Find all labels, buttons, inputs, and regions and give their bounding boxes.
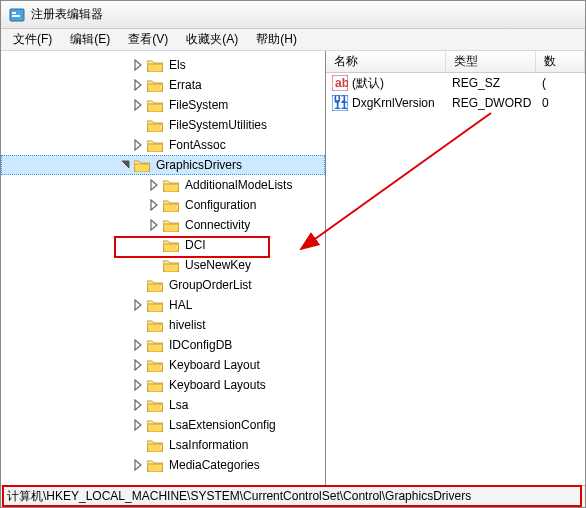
folder-icon [147,298,163,312]
expand-icon[interactable] [133,299,145,311]
folder-icon [163,218,179,232]
regedit-icon [9,7,25,23]
expand-icon[interactable] [133,419,145,431]
tree-item-label: MediaCategories [167,458,262,472]
tree-item-configuration[interactable]: Configuration [1,195,325,215]
tree-item-label: FontAssoc [167,138,228,152]
folder-icon [147,418,163,432]
tree-item-additionalmodelists[interactable]: AdditionalModeLists [1,175,325,195]
value-row[interactable]: (默认)REG_SZ( [326,73,585,93]
tree-pane[interactable]: ElsErrataFileSystemFileSystemUtilitiesFo… [1,51,326,485]
col-header-name[interactable]: 名称 [326,51,446,72]
tree-item-lsainformation[interactable]: LsaInformation [1,435,325,455]
expand-icon[interactable] [133,459,145,471]
tree-item-fontassoc[interactable]: FontAssoc [1,135,325,155]
tree-item-idconfigdb[interactable]: IDConfigDB [1,335,325,355]
expand-icon[interactable] [133,99,145,111]
tree-item-els[interactable]: Els [1,55,325,75]
expand-icon[interactable] [149,219,161,231]
expand-icon[interactable] [133,399,145,411]
tree-item-label: Keyboard Layout [167,358,262,372]
menu-view[interactable]: 查看(V) [120,29,176,50]
dword-value-icon [332,95,348,111]
menu-favorites[interactable]: 收藏夹(A) [178,29,246,50]
no-expander [133,279,145,291]
tree-item-label: GraphicsDrivers [154,158,244,172]
tree-item-label: UseNewKey [183,258,253,272]
folder-icon [147,78,163,92]
tree-item-usenewkey[interactable]: UseNewKey [1,255,325,275]
no-expander [133,119,145,131]
folder-icon [147,58,163,72]
tree-item-label: Connectivity [183,218,252,232]
menu-file[interactable]: 文件(F) [5,29,60,50]
folder-icon [163,258,179,272]
folder-icon [147,398,163,412]
registry-editor-window: 注册表编辑器 文件(F) 编辑(E) 查看(V) 收藏夹(A) 帮助(H) El… [0,0,586,508]
value-type: REG_DWORD [446,96,536,110]
tree-item-lsa[interactable]: Lsa [1,395,325,415]
col-header-data[interactable]: 数 [536,51,585,72]
tree-item-filesystem[interactable]: FileSystem [1,95,325,115]
tree-item-label: Errata [167,78,204,92]
folder-icon [147,338,163,352]
tree-item-graphicsdrivers[interactable]: GraphicsDrivers [1,155,325,175]
tree-item-dci[interactable]: DCI [1,235,325,255]
value-name: DxgKrnlVersion [352,96,435,110]
value-row[interactable]: DxgKrnlVersionREG_DWORD0 [326,93,585,113]
tree-item-keyboard-layout[interactable]: Keyboard Layout [1,355,325,375]
status-path: 计算机\HKEY_LOCAL_MACHINE\SYSTEM\CurrentCon… [7,488,471,505]
tree-item-label: DCI [183,238,208,252]
expand-icon[interactable] [133,359,145,371]
tree-item-hivelist[interactable]: hivelist [1,315,325,335]
tree-item-label: FileSystem [167,98,230,112]
tree-item-label: Els [167,58,188,72]
titlebar[interactable]: 注册表编辑器 [1,1,585,29]
list-header: 名称 类型 数 [326,51,585,73]
folder-icon [147,278,163,292]
value-type: REG_SZ [446,76,536,90]
expand-icon[interactable] [133,79,145,91]
expand-icon[interactable] [149,179,161,191]
no-expander [133,439,145,451]
tree-item-mediacategories[interactable]: MediaCategories [1,455,325,475]
expand-icon[interactable] [133,379,145,391]
folder-icon [147,438,163,452]
tree-item-label: Lsa [167,398,190,412]
collapse-icon[interactable] [120,159,132,171]
expand-icon[interactable] [149,199,161,211]
tree-item-lsaextensionconfig[interactable]: LsaExtensionConfig [1,415,325,435]
value-name: (默认) [352,75,384,92]
menu-edit[interactable]: 编辑(E) [62,29,118,50]
tree-item-grouporderlist[interactable]: GroupOrderList [1,275,325,295]
tree-item-label: hivelist [167,318,208,332]
tree-item-keyboard-layouts[interactable]: Keyboard Layouts [1,375,325,395]
expand-icon[interactable] [133,59,145,71]
tree-item-label: Configuration [183,198,258,212]
folder-icon [147,98,163,112]
no-expander [149,259,161,271]
menubar: 文件(F) 编辑(E) 查看(V) 收藏夹(A) 帮助(H) [1,29,585,51]
tree-item-hal[interactable]: HAL [1,295,325,315]
tree-item-label: GroupOrderList [167,278,254,292]
tree-item-filesystemutilities[interactable]: FileSystemUtilities [1,115,325,135]
col-header-type[interactable]: 类型 [446,51,536,72]
expand-icon[interactable] [133,139,145,151]
folder-icon [163,238,179,252]
folder-icon [163,178,179,192]
expand-icon[interactable] [133,339,145,351]
value-data: ( [536,76,585,90]
menu-help[interactable]: 帮助(H) [248,29,305,50]
window-title: 注册表编辑器 [31,6,103,23]
tree-item-errata[interactable]: Errata [1,75,325,95]
svg-rect-2 [12,15,20,17]
values-pane[interactable]: 名称 类型 数 (默认)REG_SZ(DxgKrnlVersionREG_DWO… [326,51,585,485]
tree-item-label: HAL [167,298,194,312]
folder-icon [163,198,179,212]
folder-icon [134,158,150,172]
folder-icon [147,318,163,332]
folder-icon [147,458,163,472]
folder-icon [147,138,163,152]
tree-item-connectivity[interactable]: Connectivity [1,215,325,235]
folder-icon [147,378,163,392]
